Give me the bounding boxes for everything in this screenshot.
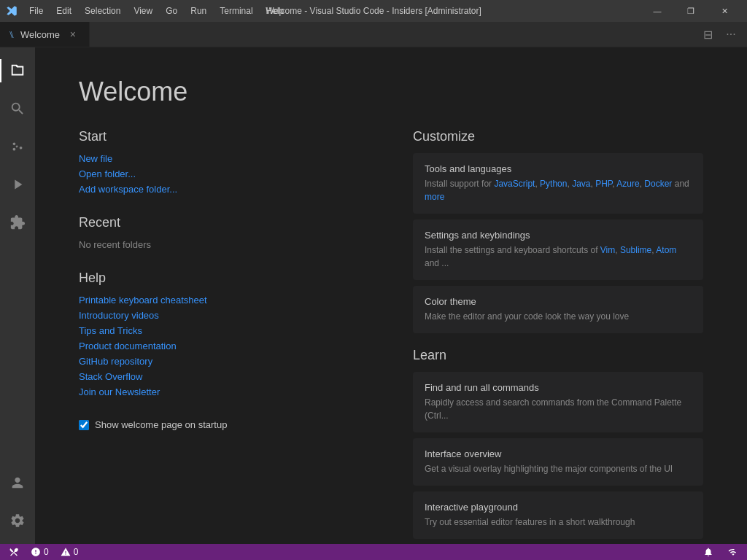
find-commands-card[interactable]: Find and run all commands Rapidly access… <box>413 372 703 432</box>
sidebar-item-explorer[interactable] <box>0 53 35 88</box>
find-commands-desc: Rapidly access and search commands from … <box>425 396 692 422</box>
interactive-playground-card[interactable]: Interactive playground Try out essential… <box>413 491 703 539</box>
close-button[interactable]: ✕ <box>708 0 741 22</box>
activity-bar <box>0 47 35 544</box>
error-icon <box>31 547 41 557</box>
tips-tricks-link[interactable]: Tips and Tricks <box>79 325 369 336</box>
show-welcome-checkbox[interactable] <box>79 420 89 430</box>
settings-desc-plain: Install the settings and keyboard shortc… <box>425 245 600 255</box>
remote-status[interactable] <box>6 544 22 560</box>
docker-highlight: Docker <box>644 179 672 189</box>
sidebar-item-settings[interactable] <box>0 503 35 538</box>
start-heading: Start <box>79 129 369 144</box>
sidebar-item-account[interactable] <box>0 465 35 500</box>
product-docs-link[interactable]: Product documentation <box>79 341 369 351</box>
open-folder-link[interactable]: Open folder... <box>79 168 369 179</box>
warnings-status[interactable]: 0 <box>58 544 82 560</box>
menu-file[interactable]: File <box>23 4 49 18</box>
settings-icon <box>9 513 26 529</box>
recent-heading: Recent <box>79 215 369 230</box>
intro-videos-link[interactable]: Introductory videos <box>79 310 369 321</box>
window-controls: — ❐ ✕ <box>640 0 741 22</box>
tools-desc-end: and <box>675 179 689 189</box>
github-repo-link[interactable]: GitHub repository <box>79 356 369 367</box>
interactive-playground-desc: Try out essential editor features in a s… <box>425 516 692 529</box>
tools-desc-plain: Install support for <box>425 179 494 189</box>
main-layout: Welcome Start New file Open folder... Ad… <box>0 47 747 544</box>
menu-run[interactable]: Run <box>185 4 212 18</box>
maximize-button[interactable]: ❐ <box>674 0 708 22</box>
show-welcome-checkbox-row: Show welcome page on startup <box>79 419 369 430</box>
learn-heading: Learn <box>413 348 703 363</box>
find-commands-title: Find and run all commands <box>425 382 692 393</box>
content-area: Welcome Start New file Open folder... Ad… <box>35 47 747 544</box>
sidebar-item-extensions[interactable] <box>0 205 35 240</box>
customize-heading: Customize <box>413 129 703 144</box>
php-highlight: PHP <box>595 179 612 189</box>
statusbar: 0 0 <box>0 544 747 560</box>
new-file-link[interactable]: New file <box>79 153 369 164</box>
source-control-icon <box>9 139 26 155</box>
interactive-playground-title: Interactive playground <box>425 502 692 513</box>
titlebar-menus: File Edit Selection View Go Run Terminal… <box>23 4 290 18</box>
tab-close-button[interactable]: × <box>66 27 80 42</box>
tools-languages-desc: Install support for JavaScript, Python, … <box>425 177 692 203</box>
broadcast-icon <box>728 547 738 557</box>
window-title: Welcome - Visual Studio Code - Insiders … <box>266 6 481 16</box>
azure-highlight: Azure <box>616 179 639 189</box>
split-editor-button[interactable]: ⊟ <box>697 24 718 44</box>
account-icon <box>9 475 26 491</box>
extensions-icon <box>9 214 26 230</box>
add-workspace-link[interactable]: Add workspace folder... <box>79 184 369 195</box>
settings-desc-end: and ... <box>425 258 449 268</box>
recent-empty: No recent folders <box>79 239 369 250</box>
tools-languages-card[interactable]: Tools and languages Install support for … <box>413 153 703 214</box>
tab-actions: ⊟ ··· <box>697 22 747 47</box>
help-heading: Help <box>79 271 369 286</box>
titlebar-left: File Edit Selection View Go Run Terminal… <box>6 4 290 18</box>
sidebar-item-search[interactable] <box>0 91 35 126</box>
page-title: Welcome <box>79 77 703 107</box>
color-theme-desc: Make the editor and your code look the w… <box>425 310 692 323</box>
settings-keybindings-card[interactable]: Settings and keybindings Install the set… <box>413 219 703 280</box>
welcome-tab[interactable]: ⑊ Welcome × <box>0 22 90 47</box>
menu-view[interactable]: View <box>128 4 158 18</box>
settings-keybindings-desc: Install the settings and keyboard shortc… <box>425 244 692 270</box>
color-theme-card[interactable]: Color theme Make the editor and your cod… <box>413 286 703 333</box>
keyboard-cheatsheet-link[interactable]: Printable keyboard cheatsheet <box>79 295 369 306</box>
interface-overview-card[interactable]: Interface overview Get a visual overlay … <box>413 438 703 486</box>
tools-languages-title: Tools and languages <box>425 163 692 174</box>
sublime-highlight: Sublime <box>620 245 651 255</box>
activity-bar-bottom <box>0 465 35 544</box>
warning-icon <box>61 547 71 557</box>
java-highlight: Java <box>572 179 590 189</box>
javascript-highlight: JavaScript <box>494 179 535 189</box>
more-actions-button[interactable]: ··· <box>721 24 741 44</box>
tabbar: ⑊ Welcome × ⊟ ··· <box>0 22 747 47</box>
titlebar: File Edit Selection View Go Run Terminal… <box>0 0 747 22</box>
errors-status[interactable]: 0 <box>28 544 52 560</box>
search-icon <box>9 101 26 117</box>
status-left: 0 0 <box>6 544 81 560</box>
remote-status-icon <box>9 547 19 557</box>
color-theme-title: Color theme <box>425 296 692 307</box>
vim-highlight: Vim <box>600 245 615 255</box>
menu-terminal[interactable]: Terminal <box>214 4 258 18</box>
stackoverflow-link[interactable]: Stack Overflow <box>79 371 369 382</box>
menu-selection[interactable]: Selection <box>79 4 126 18</box>
broadcast-status[interactable] <box>725 544 741 560</box>
interface-overview-title: Interface overview <box>425 448 692 459</box>
notifications-status[interactable] <box>700 544 716 560</box>
tab-icon: ⑊ <box>9 29 15 40</box>
sidebar-item-source-control[interactable] <box>0 129 35 164</box>
atom-highlight: Atom <box>656 245 676 255</box>
show-welcome-label: Show welcome page on startup <box>95 419 227 430</box>
sidebar-item-run-debug[interactable] <box>0 167 35 202</box>
error-count: 0 <box>44 547 49 557</box>
comma6: , <box>615 245 620 255</box>
newsletter-link[interactable]: Join our Newsletter <box>79 386 369 397</box>
menu-go[interactable]: Go <box>160 4 183 18</box>
menu-edit[interactable]: Edit <box>50 4 77 18</box>
warning-count: 0 <box>74 547 79 557</box>
minimize-button[interactable]: — <box>640 0 674 22</box>
